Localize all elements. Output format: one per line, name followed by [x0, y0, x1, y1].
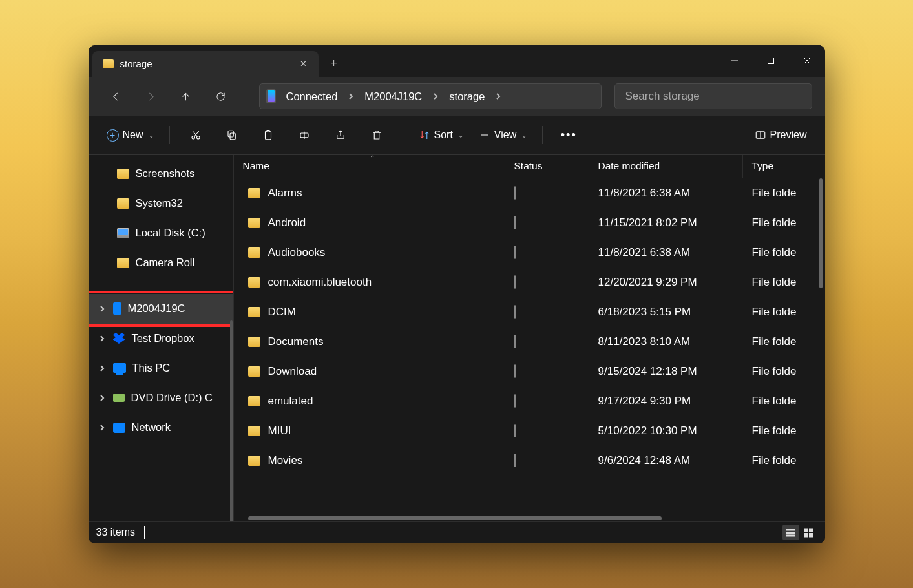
dvd-icon — [113, 394, 125, 402]
expand-icon[interactable] — [98, 365, 107, 372]
table-row[interactable]: Android11/15/2021 8:02 PMFile folde — [234, 208, 825, 238]
phone-status-icon — [514, 275, 516, 289]
tab-storage[interactable]: storage ✕ — [92, 51, 319, 77]
plus-icon: + — [107, 129, 119, 142]
preview-button[interactable]: Preview — [748, 123, 813, 147]
chevron-right-icon[interactable] — [345, 93, 357, 100]
file-date: 11/8/2021 6:38 AM — [589, 246, 743, 259]
chevron-right-icon[interactable] — [492, 93, 504, 100]
breadcrumb-root[interactable]: Connected — [281, 88, 343, 105]
table-row[interactable]: Audiobooks11/8/2021 6:38 AMFile folde — [234, 238, 825, 268]
file-name: Movies — [268, 454, 303, 467]
folder-icon — [248, 426, 260, 436]
sidebar-item-camera-roll[interactable]: Camera Roll — [89, 248, 233, 278]
status-bar: 33 items — [89, 521, 825, 543]
table-row[interactable]: DCIM6/18/2023 5:15 PMFile folde — [234, 297, 825, 327]
file-type: File folde — [743, 306, 825, 319]
folder-icon — [117, 198, 129, 209]
table-row[interactable]: Movies9/6/2024 12:48 AMFile folde — [234, 446, 825, 476]
expand-icon[interactable] — [98, 306, 107, 312]
phone-icon — [113, 302, 121, 315]
address-bar[interactable]: Connected M2004J19C storage — [259, 83, 602, 109]
column-header-date[interactable]: Date modified — [589, 155, 743, 178]
share-button[interactable] — [324, 123, 357, 147]
title-bar: storage ✕ + — [89, 45, 825, 77]
rename-button[interactable] — [288, 123, 321, 147]
search-input[interactable]: Search storage — [614, 83, 812, 109]
command-bar: + New ⌄ Sort ⌄ View ⌄ ••• Preview — [89, 116, 825, 155]
sidebar-item-dropbox[interactable]: Test Dropbox — [89, 324, 233, 353]
close-tab-button[interactable]: ✕ — [297, 57, 311, 71]
table-row[interactable]: com.xiaomi.bluetooth12/20/2021 9:29 PMFi… — [234, 268, 825, 297]
table-row[interactable]: emulated9/17/2024 9:30 PMFile folde — [234, 386, 825, 416]
table-row[interactable]: Alarms11/8/2021 6:38 AMFile folde — [234, 178, 825, 208]
more-button[interactable]: ••• — [552, 123, 585, 147]
phone-status-icon — [514, 246, 516, 259]
details-view-button[interactable] — [782, 525, 799, 540]
new-button[interactable]: + New ⌄ — [100, 123, 160, 147]
sort-indicator-icon: ⌃ — [370, 154, 375, 162]
svg-rect-7 — [228, 131, 233, 137]
view-button[interactable]: View ⌄ — [472, 123, 533, 147]
sidebar-item-device[interactable]: M2004J19C — [89, 294, 233, 324]
sidebar-item-local-disk[interactable]: Local Disk (C:) — [89, 218, 233, 248]
delete-button[interactable] — [360, 123, 394, 147]
file-name: MIUI — [268, 425, 291, 437]
forward-button[interactable] — [136, 83, 166, 109]
table-row[interactable]: Documents8/11/2023 8:10 AMFile folde — [234, 327, 825, 357]
file-explorer-window: storage ✕ + Connected M2004J19C storage … — [89, 45, 825, 543]
chevron-down-icon: ⌄ — [458, 132, 463, 139]
paste-button[interactable] — [251, 123, 285, 147]
new-tab-button[interactable]: + — [319, 51, 350, 77]
back-button[interactable] — [101, 83, 131, 109]
chevron-down-icon: ⌄ — [149, 132, 154, 139]
expand-icon[interactable] — [98, 425, 107, 431]
up-button[interactable] — [171, 83, 201, 109]
sidebar-item-network[interactable]: Network — [89, 413, 233, 443]
svg-rect-6 — [230, 133, 235, 140]
table-row[interactable]: Download9/15/2024 12:18 PMFile folde — [234, 357, 825, 386]
horizontal-scrollbar[interactable] — [248, 516, 662, 520]
close-window-button[interactable] — [789, 45, 825, 77]
copy-button[interactable] — [215, 123, 249, 147]
thumbnails-view-button[interactable] — [801, 525, 817, 540]
expand-icon[interactable] — [98, 335, 107, 342]
phone-status-icon — [514, 305, 516, 319]
file-list: Alarms11/8/2021 6:38 AMFile foldeAndroid… — [234, 178, 825, 512]
sidebar-item-this-pc[interactable]: This PC — [89, 353, 233, 383]
vertical-scrollbar[interactable] — [819, 178, 823, 288]
table-row[interactable]: MIUI5/10/2022 10:30 PMFile folde — [234, 416, 825, 446]
expand-icon[interactable] — [98, 395, 107, 401]
phone-status-icon — [514, 335, 516, 348]
cut-button[interactable] — [179, 123, 213, 147]
file-name: Alarms — [268, 187, 302, 200]
file-date: 9/6/2024 12:48 AM — [589, 454, 743, 467]
file-date: 6/18/2023 5:15 PM — [589, 306, 743, 319]
folder-icon — [248, 337, 260, 347]
sidebar-item-screenshots[interactable]: Screenshots — [89, 159, 233, 189]
column-header-status[interactable]: Status — [505, 155, 589, 178]
sidebar-scrollbar[interactable] — [230, 320, 233, 521]
file-type: File folde — [743, 246, 825, 259]
file-type: File folde — [743, 395, 825, 408]
breadcrumb-device[interactable]: M2004J19C — [359, 88, 427, 105]
sidebar-item-dvd-drive[interactable]: DVD Drive (D:) C — [89, 383, 233, 413]
phone-status-icon — [514, 454, 516, 467]
file-name: DCIM — [268, 306, 296, 319]
chevron-down-icon: ⌄ — [521, 132, 527, 139]
file-name: Audiobooks — [268, 246, 326, 259]
file-list-pane: ⌃ Name Status Date modified Type Alarms1… — [234, 155, 825, 521]
folder-icon — [248, 247, 260, 258]
breadcrumb-folder[interactable]: storage — [444, 88, 490, 105]
file-date: 9/15/2024 12:18 PM — [589, 365, 743, 378]
file-date: 11/15/2021 8:02 PM — [589, 216, 743, 229]
refresh-button[interactable] — [206, 83, 236, 109]
chevron-right-icon[interactable] — [430, 93, 441, 100]
minimize-button[interactable] — [717, 45, 753, 77]
folder-icon — [248, 307, 260, 317]
sort-button[interactable]: Sort ⌄ — [412, 123, 470, 147]
maximize-button[interactable] — [753, 45, 789, 77]
sidebar-item-system32[interactable]: System32 — [89, 189, 233, 218]
svg-rect-21 — [804, 533, 808, 537]
column-header-type[interactable]: Type — [743, 155, 825, 178]
